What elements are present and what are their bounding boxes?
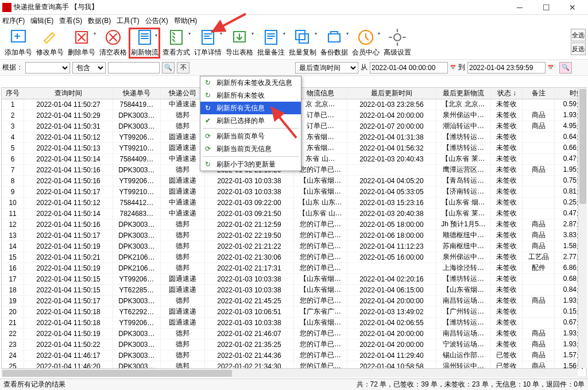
column-header[interactable]: 快递公司 xyxy=(160,88,204,99)
table-row[interactable]: 232022-01-04 11:50:22DPK3003…德邦2022-01-0… xyxy=(2,339,586,350)
table-row[interactable]: 222022-01-04 11:50:19DPK3003…德邦2022-01-0… xyxy=(2,328,586,339)
table-row[interactable]: 132022-01-04 11:50:17DPK3003…德邦2022-01-0… xyxy=(2,230,586,241)
toolbar-add-button[interactable]: 添加单号 xyxy=(2,28,34,59)
search-button[interactable]: 🔍 xyxy=(162,62,175,74)
cell: 16 xyxy=(2,262,24,273)
minimize-button[interactable]: ─ xyxy=(506,0,533,15)
toolbar-vip-button[interactable]: 会员中心▾ xyxy=(350,28,381,59)
column-header[interactable]: 状态 ↓ xyxy=(491,88,523,99)
table-row[interactable]: 112022-01-04 11:50:147824683…中通速递2022-01… xyxy=(2,208,586,219)
cell: 未签收 xyxy=(491,153,523,164)
column-header[interactable]: 最后更新物流 xyxy=(436,88,490,99)
select-all-button[interactable]: 全选 xyxy=(571,29,586,41)
toolbar-del-button[interactable]: 删除单号▾ xyxy=(65,28,97,59)
menu-item[interactable]: 程序(F) xyxy=(2,16,25,26)
table-row[interactable]: 152022-01-04 11:50:21DPK2106…德邦2022-01-0… xyxy=(2,252,586,262)
cell: 23 xyxy=(2,339,24,350)
cell: 9 xyxy=(2,186,24,197)
toolbar-export-button[interactable]: 导出表格▾ xyxy=(223,28,255,59)
cell: 2022-01-07 20:00:00 xyxy=(347,121,436,132)
time-field-select[interactable]: 最后查询时间 xyxy=(295,62,358,74)
menu-item[interactable]: 公告(X) xyxy=(145,16,168,26)
cell: 德邦 xyxy=(160,241,204,252)
vertical-scrollbar[interactable] xyxy=(578,88,587,368)
to-datetime[interactable] xyxy=(467,62,546,74)
table-row[interactable]: 182022-01-04 11:50:15YT62285…圆通速递2022-01… xyxy=(2,284,586,295)
cell: YT99210… xyxy=(113,142,160,153)
menu-item[interactable]: ↻刷新所有未签收 xyxy=(200,89,301,102)
cell: 您的订单已… xyxy=(293,230,347,241)
horizontal-scrollbar[interactable] xyxy=(1,368,578,377)
toolbar-detail-button[interactable]: 订单详情▾ xyxy=(192,28,223,59)
menu-item[interactable]: 编辑(E) xyxy=(30,16,53,26)
toolbar-note-button[interactable]: 批量备注▾ xyxy=(255,28,287,59)
invert-selection-button[interactable]: 反选 xyxy=(571,43,586,55)
close-button[interactable]: ✕ xyxy=(559,0,586,15)
cell: DPK2106… xyxy=(113,252,160,262)
cell: 2022-01-04 05:33:05 xyxy=(347,186,436,197)
cell: 中通速递 xyxy=(160,208,204,219)
menu-item[interactable]: 查看(S) xyxy=(59,16,82,26)
refresh-dropdown-menu: ↻刷新所有未签收及无信息↻刷新所有未签收↻刷新所有无信息✔刷新已选择的单⟳刷新当… xyxy=(200,76,301,171)
menu-item[interactable]: ↻刷新小于3的更新量 xyxy=(200,158,301,171)
table-row[interactable]: 212022-01-04 11:50:18YT99206…圆通速递2022-01… xyxy=(2,317,586,328)
search-input[interactable] xyxy=(108,62,160,74)
menu-item[interactable]: ⟳刷新当前页单号 xyxy=(200,130,301,142)
cell: 德邦 xyxy=(160,252,204,262)
column-header[interactable]: 快递单号 xyxy=(113,88,160,99)
table-row[interactable]: 242022-01-04 11:46:17DPK3003…德邦2022-01-0… xyxy=(2,350,586,361)
neg-button[interactable]: 不 xyxy=(177,62,189,74)
menu-item[interactable]: 数据(B) xyxy=(88,16,111,26)
table-row[interactable]: 172022-01-04 11:50:15YT99206…圆通速递2022-01… xyxy=(2,273,586,284)
toolbar-edit-button[interactable]: 修改单号 xyxy=(34,28,65,59)
column-header[interactable]: 备注 xyxy=(523,88,554,99)
titlebar: 快递批量查询高手 【与我】 ─ ☐ ✕ xyxy=(0,0,588,15)
cell: 您的订单已… xyxy=(293,339,347,350)
cell: 8 xyxy=(2,175,24,186)
menu-item[interactable]: ⟳刷新当前页无信息 xyxy=(200,142,301,155)
menu-item[interactable]: 工具(T) xyxy=(117,16,139,26)
toolbar-clear-button[interactable]: 清空表格 xyxy=(97,28,129,59)
toolbar-view-button[interactable]: 查看方式▾ xyxy=(160,28,192,59)
cell: 未签收 xyxy=(491,175,523,186)
field-select[interactable] xyxy=(25,62,70,74)
refresh-icon xyxy=(136,28,154,47)
column-header[interactable]: 物流信息 xyxy=(293,88,347,99)
cell: 2022-01-02 21:35:25 xyxy=(205,339,294,350)
table-row[interactable]: 162022-01-04 11:50:19DPK2106…德邦2022-01-0… xyxy=(2,262,586,273)
table-row[interactable]: 202022-01-04 11:50:18YT62292…圆通速递2022-01… xyxy=(2,306,586,317)
menu-item[interactable]: ✔刷新已选择的单 xyxy=(200,114,301,127)
cell: 2022-01-03 10:03:38 xyxy=(205,317,294,328)
toolbar-backup-button[interactable]: 备份数据▾ xyxy=(318,28,350,59)
column-header[interactable]: 序号 xyxy=(2,88,24,99)
cell: 东省 山… xyxy=(293,153,347,164)
toolbar-settings-button[interactable]: 高级设置 xyxy=(381,28,413,59)
filter-search-button[interactable]: 🔍 xyxy=(559,62,572,74)
toolbar-refresh-button[interactable]: 刷新物流▾ xyxy=(129,28,160,59)
cell: 2022-01-04 11:50:27 xyxy=(24,99,113,110)
table-row[interactable]: 102022-01-04 11:50:127584412…中通速递2022-01… xyxy=(2,197,586,208)
table-row[interactable]: 192022-01-04 11:50:17DPK3003…德邦2022-01-0… xyxy=(2,295,586,306)
cell: 【潍坊转运… xyxy=(436,273,490,284)
menu-item[interactable]: ↻刷新所有未签收及无信息 xyxy=(200,76,301,89)
cell: 商品 xyxy=(523,121,554,132)
table-row[interactable]: 82022-01-04 11:50:16YT99206…圆通速递2022-01-… xyxy=(2,175,586,186)
column-header[interactable]: 查询时间 xyxy=(24,88,113,99)
cell: 2022-01-02 21:30:06 xyxy=(205,252,294,262)
toolbar-copy-button[interactable]: 批量复制▾ xyxy=(287,28,318,59)
toolbar-label: 清空表格 xyxy=(99,48,127,57)
from-datetime[interactable] xyxy=(370,62,448,74)
menu-item-label: 刷新已选择的单 xyxy=(216,116,265,126)
menu-item[interactable]: 帮助(H) xyxy=(174,16,198,26)
table-row[interactable]: 142022-01-04 11:50:19DPK3003…德邦2022-01-0… xyxy=(2,241,586,252)
table-row[interactable]: 92022-01-04 11:50:17YT99210…圆通速递2022-01-… xyxy=(2,186,586,197)
column-header[interactable]: 最后更新时间 xyxy=(347,88,436,99)
toolbar-label: 批量备注 xyxy=(257,48,285,57)
toolbar: 添加单号修改单号删除单号▾清空表格刷新物流▾查看方式▾订单详情▾导出表格▾批量备… xyxy=(0,26,588,60)
menu-item[interactable]: ↻刷新所有无信息 xyxy=(200,102,301,114)
calendar-icon[interactable]: 📅 xyxy=(450,65,456,70)
table-row[interactable]: 122022-01-04 11:50:16DPK3003…德邦2022-01-0… xyxy=(2,219,586,230)
calendar-icon[interactable]: 📅 xyxy=(548,65,554,70)
maximize-button[interactable]: ☐ xyxy=(533,0,559,15)
rule-select[interactable]: 包含 xyxy=(72,62,106,74)
